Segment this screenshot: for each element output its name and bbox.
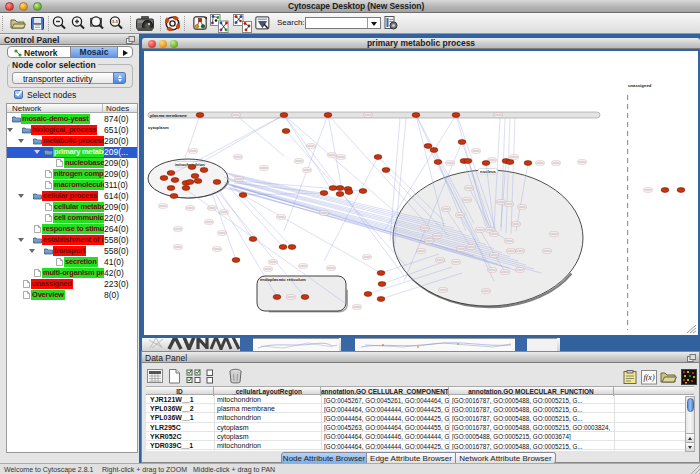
- svg-text:nucleus: nucleus: [480, 169, 496, 174]
- svg-text:plasma membrane: plasma membrane: [150, 113, 187, 118]
- svg-text:cytoplasm: cytoplasm: [148, 125, 169, 130]
- svg-text:unassigned: unassigned: [628, 83, 652, 88]
- svg-text:f(x): f(x): [643, 373, 654, 382]
- svg-text:1:1: 1:1: [112, 19, 119, 24]
